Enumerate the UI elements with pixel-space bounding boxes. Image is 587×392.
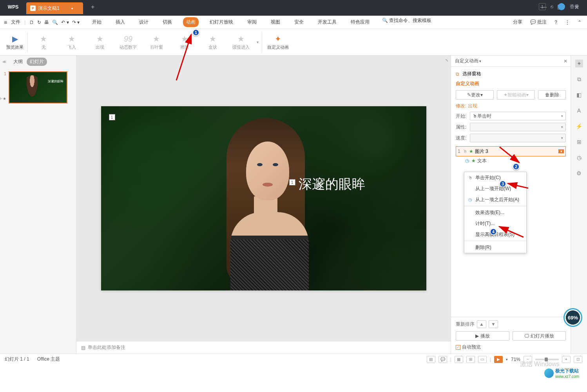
change-button[interactable]: ✎ 更改 ▾: [456, 90, 494, 100]
slide-thumbnail[interactable]: 深邃的眼眸: [9, 71, 67, 103]
layers-icon[interactable]: ⧉: [575, 75, 583, 83]
menu-start[interactable]: 开始: [89, 17, 105, 27]
redo-icon[interactable]: ↷ ▾: [72, 20, 80, 25]
gift-icon[interactable]: ⎋: [551, 4, 553, 9]
user-name: 香香: [570, 4, 579, 10]
slide-canvas[interactable]: 1 1 深邃的眼眸: [101, 106, 426, 290]
palette-icon[interactable]: ◧: [575, 91, 583, 99]
auto-preview-checkbox[interactable]: ✓: [456, 345, 460, 350]
custom-animation-button[interactable]: ✦ 自定义动画: [264, 31, 292, 54]
ctx-effect-options[interactable]: 效果选项(E)...: [464, 207, 526, 218]
comments-icon[interactable]: 💬: [438, 356, 447, 363]
anim-item-name: 文本: [477, 158, 487, 164]
undo-icon[interactable]: ↶ ▾: [61, 20, 69, 25]
slideshow-play-button[interactable]: ▶: [494, 356, 503, 363]
site-watermark: 极光下载站 www.xz7.com: [544, 368, 579, 379]
notes-placeholder: 单击此处添加备注: [88, 344, 125, 351]
effects-more-icon[interactable]: ▾: [257, 40, 259, 44]
document-tab[interactable]: P 演示文稿1 ●: [26, 2, 83, 14]
red-arrow-4: [496, 223, 527, 239]
tools-icon[interactable]: ⚙: [575, 169, 583, 177]
auto-preview-label: 自动预览: [462, 344, 481, 350]
outline-tab[interactable]: 大纲: [13, 58, 23, 65]
star-icon: ★: [40, 34, 47, 44]
comment-button[interactable]: 💬 批注: [530, 19, 547, 25]
move-down-button[interactable]: ▼: [489, 320, 498, 328]
unsaved-dot-icon: ●: [71, 7, 73, 10]
effect-blinds[interactable]: ★百叶窗: [142, 31, 170, 54]
menu-review[interactable]: 审阅: [244, 17, 260, 27]
star-icon: ★: [96, 34, 103, 44]
ctx-after-prev[interactable]: ◷从上一项之后开始(A): [464, 194, 526, 205]
effect-appear[interactable]: ★出现: [86, 31, 114, 54]
text-icon[interactable]: A: [575, 107, 583, 114]
effect-number[interactable]: 99动态数字: [114, 31, 142, 54]
sparkle-icon[interactable]: ✦: [575, 60, 583, 67]
menu-slideshow[interactable]: 幻灯片放映: [207, 17, 236, 27]
share-button[interactable]: 分享: [513, 19, 522, 25]
menu-devtools[interactable]: 开发工具: [315, 17, 340, 27]
editor-expand-icon[interactable]: ⤡: [445, 58, 448, 62]
svg-line-3: [500, 147, 519, 163]
effect-none[interactable]: ★无: [29, 31, 58, 54]
select-pane-icon: ⧉: [456, 71, 459, 77]
start-select[interactable]: 🖱 单击时: [470, 112, 566, 120]
save-icon[interactable]: 🗋: [29, 20, 34, 25]
star-icon: ★: [237, 34, 245, 44]
star-icon: ★: [153, 34, 160, 44]
slideshow-button[interactable]: 🖵 幻灯片播放: [513, 331, 566, 341]
menu-insert[interactable]: 插入: [112, 17, 128, 27]
open-icon[interactable]: ↻: [37, 20, 41, 25]
annotation-3: 3: [499, 180, 506, 187]
print-icon[interactable]: 🖶: [44, 20, 49, 25]
preview-icon[interactable]: 🔍: [52, 20, 58, 25]
move-up-button[interactable]: ▲: [477, 320, 486, 328]
zoom-level[interactable]: 71%: [511, 357, 520, 362]
wps-logo: WPS: [0, 0, 26, 14]
preview-effect-button[interactable]: ▶ 预览效果: [4, 31, 26, 54]
normal-view-icon[interactable]: ▦: [455, 356, 463, 363]
user-avatar[interactable]: [558, 3, 565, 10]
more-icon[interactable]: ⋮: [565, 20, 570, 25]
file-menu[interactable]: 文件: [11, 19, 20, 25]
help-icon[interactable]: ?: [554, 20, 557, 25]
menu-view[interactable]: 视图: [268, 17, 283, 27]
slides-tab[interactable]: 幻灯片: [27, 58, 47, 66]
history-icon[interactable]: ◷: [575, 154, 583, 162]
effect-slowenter[interactable]: ★缓慢进入: [227, 31, 255, 54]
modify-label: 修改: 出现: [456, 103, 566, 109]
notification-badge[interactable]: 1: [539, 3, 546, 10]
notes-view-icon[interactable]: ▤: [427, 356, 435, 363]
editor-area: ⤡ 1 1 深邃的眼眸 ▤: [76, 56, 451, 354]
select-pane-button[interactable]: 选择窗格: [462, 71, 481, 77]
menu-animation[interactable]: 动画: [183, 17, 199, 27]
sorter-view-icon[interactable]: ⊞: [466, 356, 475, 363]
menu-security[interactable]: 安全: [291, 17, 307, 27]
slide-title-text[interactable]: 深邃的眼眸: [299, 175, 365, 193]
grid-icon[interactable]: ⊞: [575, 138, 583, 146]
add-tab-button[interactable]: +: [87, 1, 99, 13]
fit-icon[interactable]: ⊡: [574, 356, 582, 363]
lightning-icon[interactable]: ⚡: [575, 122, 583, 130]
notes-bar[interactable]: ▤ 单击此处添加备注: [76, 341, 451, 354]
play-button[interactable]: ▶ 播放: [456, 331, 509, 341]
effect-flyin[interactable]: ★飞入: [58, 31, 86, 54]
titlebar: WPS P 演示文稿1 ● + — ☐ ✕: [0, 0, 587, 14]
panel-collapse-icon[interactable]: ≪: [2, 60, 6, 64]
zoom-slider[interactable]: [535, 359, 559, 360]
menu-transition[interactable]: 切换: [159, 17, 175, 27]
delete-button[interactable]: 🗑 删除: [538, 90, 566, 100]
hamburger-icon[interactable]: ≡: [4, 19, 7, 25]
ctx-delete[interactable]: 删除(R): [464, 242, 526, 253]
menu-featured[interactable]: 特色应用: [348, 17, 373, 27]
annotation-4: 4: [490, 228, 497, 235]
search-button[interactable]: 🔍 查找命令、搜索模板: [382, 17, 431, 27]
pane-close-icon[interactable]: ✕: [563, 58, 567, 64]
collapse-icon[interactable]: ⌃: [578, 20, 582, 25]
menu-design[interactable]: 设计: [136, 17, 152, 27]
reading-view-icon[interactable]: ▭: [478, 356, 487, 363]
annotation-2: 2: [513, 163, 520, 170]
smart-anim-button[interactable]: ✦ 智能动画 ▾: [497, 90, 535, 100]
zoom-in-icon[interactable]: +: [562, 356, 571, 363]
effect-box[interactable]: ★盒状: [199, 31, 227, 54]
